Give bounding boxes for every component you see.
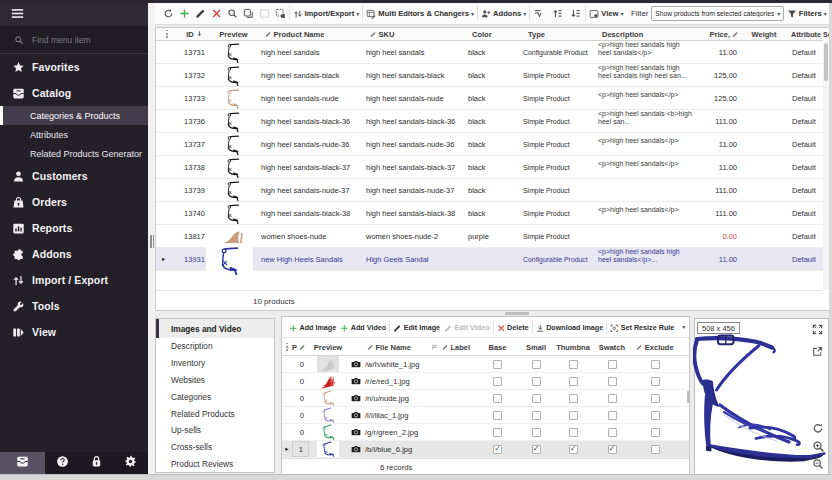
- product-row[interactable]: 13736 high heel sandals-black-36 high he…: [156, 110, 823, 133]
- sidebar-item-tools[interactable]: Tools: [0, 293, 148, 319]
- base-checkbox[interactable]: [493, 360, 502, 369]
- download-image-button[interactable]: Download Image: [534, 318, 606, 336]
- copy-button[interactable]: [240, 5, 256, 23]
- column-header-position[interactable]: P: [292, 339, 309, 355]
- tab-websites[interactable]: Websites: [156, 372, 274, 389]
- product-row[interactable]: 13732 high heel sandals-black high heel …: [156, 64, 823, 87]
- exclude-checkbox[interactable]: [651, 377, 660, 386]
- row-selector-cell[interactable]: [282, 356, 292, 372]
- small-checkbox[interactable]: [532, 428, 541, 437]
- column-header-exclude[interactable]: Exclude: [631, 339, 679, 355]
- base-checkbox[interactable]: [493, 411, 502, 420]
- row-selector-cell[interactable]: [282, 424, 292, 440]
- set-resize-rule-button[interactable]: Set Resize Rule: [608, 318, 676, 336]
- filter-select[interactable]: Show products from selected categories ▾: [651, 6, 784, 21]
- swatch-checkbox[interactable]: [608, 377, 617, 386]
- scrollbar-thumb[interactable]: [824, 43, 828, 81]
- image-row[interactable]: 0 /w/h/white_1.jpg: [282, 356, 689, 373]
- sidebar-item-favorites[interactable]: Favorites: [0, 54, 148, 80]
- multi-editors-menu[interactable]: Multi Editors & Changers ▾: [364, 5, 477, 23]
- base-checkbox[interactable]: [493, 394, 502, 403]
- delete-product-button[interactable]: [208, 5, 224, 23]
- paste-button[interactable]: [256, 5, 272, 23]
- base-checkbox[interactable]: ✓: [493, 445, 502, 454]
- base-checkbox[interactable]: [493, 428, 502, 437]
- row-selector-cell[interactable]: [156, 110, 177, 132]
- row-selector-cell[interactable]: ▸: [156, 248, 177, 270]
- tab-related-products[interactable]: Related Products: [156, 405, 274, 422]
- column-header-base[interactable]: Base: [476, 339, 519, 355]
- sidebar-item-related-products-generator[interactable]: Related Products Generator: [0, 144, 148, 163]
- column-header-preview[interactable]: Preview: [309, 339, 347, 355]
- tab-inventory[interactable]: Inventory: [156, 355, 274, 372]
- sidebar-item-customers[interactable]: Customers: [0, 163, 148, 189]
- tab-product-reviews[interactable]: Product Reviews: [156, 456, 274, 473]
- horizontal-scrollbar-thumb[interactable]: [505, 312, 529, 315]
- exclude-checkbox[interactable]: [651, 360, 660, 369]
- media-scrollbar-grip[interactable]: [687, 391, 690, 403]
- sidebar-item-reports[interactable]: Reports: [0, 215, 148, 241]
- sidebar-item-attributes[interactable]: Attributes: [0, 125, 148, 144]
- collapse-rows-button[interactable]: [567, 5, 585, 23]
- column-header-selector[interactable]: [282, 339, 292, 355]
- tab-categories[interactable]: Categories: [156, 388, 274, 405]
- add-product-button[interactable]: [176, 5, 192, 23]
- edit-video-button[interactable]: Edit Video: [442, 318, 492, 336]
- thumbnail-checkbox[interactable]: ✓: [569, 445, 578, 454]
- swatch-checkbox[interactable]: [608, 360, 617, 369]
- sidebar-item-view[interactable]: View: [0, 319, 148, 345]
- image-row[interactable]: 0 /g/r/green_2.jpg: [282, 424, 689, 441]
- sidebar-item-catalog[interactable]: Catalog: [0, 80, 148, 106]
- column-header-id[interactable]: ID: [177, 28, 212, 40]
- column-header-preview[interactable]: Preview: [212, 28, 255, 40]
- column-header-small[interactable]: Small: [519, 339, 553, 355]
- row-selector-cell[interactable]: [156, 156, 177, 178]
- image-row[interactable]: 0 /r/e/red_1.jpg: [282, 373, 689, 390]
- sidebar-item-import-export[interactable]: Import / Export: [0, 267, 148, 293]
- add-image-button[interactable]: Add Image: [287, 318, 338, 336]
- row-selector-cell[interactable]: [156, 202, 177, 224]
- tab-up-sells[interactable]: Up-sells: [156, 422, 274, 439]
- sort-az-button[interactable]: [531, 5, 549, 23]
- edit-product-button[interactable]: [192, 5, 208, 23]
- sidebar-item-addons[interactable]: Addons: [0, 241, 148, 267]
- column-header-flag[interactable]: [431, 339, 442, 355]
- exclude-checkbox[interactable]: [651, 394, 660, 403]
- thumbnail-checkbox[interactable]: [569, 377, 578, 386]
- paste-special-button[interactable]: [272, 5, 288, 23]
- zoom-in-icon[interactable]: [812, 440, 825, 453]
- column-header-thumbnail[interactable]: Thumbna: [553, 339, 593, 355]
- menu-toggle-button[interactable]: [0, 3, 148, 26]
- swatch-checkbox[interactable]: [608, 411, 617, 420]
- column-header-type[interactable]: Type: [518, 28, 592, 40]
- column-header-label[interactable]: Label: [442, 339, 476, 355]
- exclude-checkbox[interactable]: [651, 411, 660, 420]
- product-row[interactable]: 13737 high heel sandals-nude-36 high hee…: [156, 133, 823, 156]
- thumbnail-checkbox[interactable]: [569, 428, 578, 437]
- swatch-checkbox[interactable]: ✓: [608, 445, 617, 454]
- row-selector-cell[interactable]: [156, 225, 177, 247]
- tab-cross-sells[interactable]: Cross-sells: [156, 439, 274, 456]
- tab-description[interactable]: Description: [156, 338, 274, 355]
- column-header-attribute-set[interactable]: Attribute Set Name: [786, 28, 830, 40]
- refresh-button[interactable]: [160, 5, 176, 23]
- column-header-name[interactable]: Product Name: [255, 28, 360, 40]
- column-header-sku[interactable]: SKU: [360, 28, 462, 40]
- product-row[interactable]: 13817 women shoes-nude women shoes-nude-…: [156, 225, 823, 248]
- small-checkbox[interactable]: [532, 394, 541, 403]
- row-selector-cell[interactable]: [156, 64, 177, 86]
- row-selector-cell[interactable]: [282, 407, 292, 423]
- row-selector-cell[interactable]: ▸: [282, 441, 292, 457]
- column-header-weight[interactable]: Weight: [742, 28, 786, 40]
- addons-menu[interactable]: Addons ▾: [479, 5, 529, 23]
- small-checkbox[interactable]: ✓: [532, 445, 541, 454]
- row-selector-cell[interactable]: [156, 179, 177, 201]
- delete-image-button[interactable]: Delete: [495, 318, 531, 336]
- sidebar-search[interactable]: Find menu item: [0, 26, 148, 54]
- exclude-checkbox[interactable]: [651, 445, 660, 454]
- filters-menu[interactable]: Filters ▾: [784, 5, 829, 23]
- product-row[interactable]: 13733 high heel sandals-nude high heel s…: [156, 87, 823, 110]
- small-checkbox[interactable]: [532, 360, 541, 369]
- product-row[interactable]: 13739 high heel sandals-nude-37 high hee…: [156, 179, 823, 202]
- thumbnail-checkbox[interactable]: [569, 411, 578, 420]
